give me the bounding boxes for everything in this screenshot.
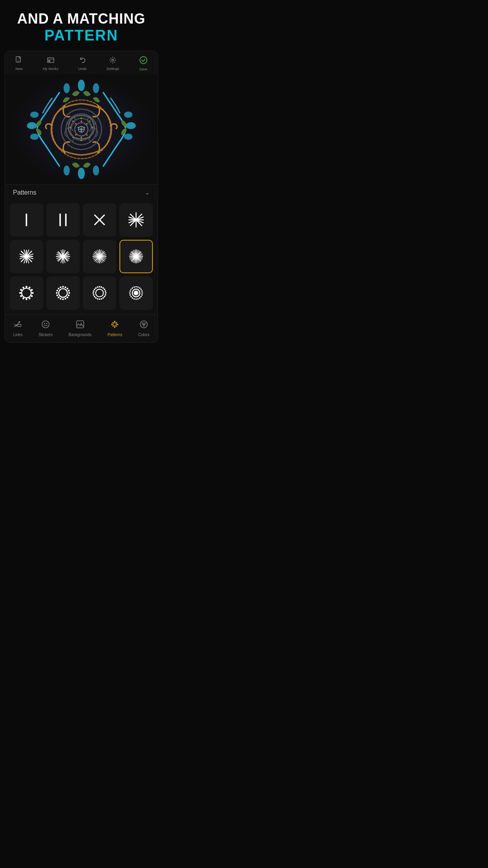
svg-point-160: [139, 297, 141, 299]
pattern-cell-2[interactable]: [46, 203, 80, 237]
toolbar-works-label: My Works: [43, 67, 59, 71]
svg-point-37: [81, 140, 83, 142]
svg-point-112: [59, 289, 68, 298]
pattern-cell-6[interactable]: [46, 240, 80, 273]
toolbar-save-label: Save: [139, 67, 148, 71]
svg-point-175: [46, 323, 47, 324]
svg-point-156: [141, 291, 143, 292]
svg-point-132: [103, 287, 104, 289]
colors-icon: [139, 320, 149, 331]
svg-point-136: [105, 294, 106, 296]
svg-point-134: [105, 291, 106, 292]
svg-point-13: [125, 112, 132, 117]
svg-point-27: [81, 121, 82, 122]
svg-point-41: [89, 137, 91, 138]
svg-point-8: [94, 84, 99, 92]
canvas-area[interactable]: [5, 74, 158, 184]
patterns-header[interactable]: Patterns ⌄: [5, 184, 158, 200]
svg-point-106: [26, 298, 28, 300]
svg-point-128: [60, 287, 61, 288]
nav-colors[interactable]: Colors: [134, 319, 154, 338]
pattern-cell-1[interactable]: [10, 203, 43, 237]
toolbar-settings[interactable]: Settings: [103, 55, 123, 72]
svg-point-178: [114, 321, 116, 322]
svg-point-181: [117, 324, 118, 325]
nav-stickers[interactable]: Stickers: [35, 319, 57, 338]
pattern-cell-8[interactable]: [119, 240, 153, 273]
svg-point-17: [94, 166, 99, 175]
svg-point-36: [81, 118, 83, 120]
toolbar-new-label: New: [15, 67, 22, 71]
svg-point-162: [136, 299, 137, 300]
svg-point-159: [140, 296, 142, 298]
my-works-icon: [47, 56, 55, 66]
svg-point-26: [86, 134, 88, 136]
toolbar-my-works[interactable]: My Works: [40, 55, 62, 72]
svg-point-190: [143, 324, 145, 325]
svg-point-133: [104, 289, 105, 291]
nav-lines[interactable]: Lines: [9, 319, 26, 338]
pattern-cell-4[interactable]: [119, 203, 153, 237]
svg-point-161: [138, 298, 139, 300]
pattern-cell-12[interactable]: [119, 276, 153, 310]
svg-point-129: [96, 289, 103, 297]
bottom-nav: Lines Stickers Backgrounds: [5, 314, 158, 342]
nav-backgrounds[interactable]: Backgrounds: [65, 319, 95, 338]
svg-point-165: [130, 296, 132, 298]
nav-backgrounds-label: Backgrounds: [69, 333, 92, 337]
toolbar-undo[interactable]: Undo: [75, 55, 90, 72]
svg-point-173: [42, 321, 49, 328]
toolbar-settings-label: Settings: [106, 67, 119, 71]
svg-point-120: [64, 298, 66, 300]
toolbar-undo-label: Undo: [78, 67, 87, 71]
svg-point-9: [28, 123, 36, 129]
svg-point-168: [130, 291, 131, 292]
pattern-cell-5[interactable]: [10, 240, 43, 273]
mandala-svg: [5, 74, 158, 184]
svg-point-109: [19, 292, 21, 294]
svg-point-179: [114, 326, 116, 328]
svg-point-138: [103, 297, 104, 299]
pattern-cell-10[interactable]: [46, 276, 80, 310]
pattern-cell-11[interactable]: [83, 276, 116, 310]
svg-point-122: [60, 298, 61, 300]
svg-point-119: [66, 297, 68, 298]
svg-point-141: [97, 298, 99, 300]
nav-patterns-label: Patterns: [108, 333, 122, 337]
svg-point-166: [130, 294, 131, 296]
pattern-cell-7[interactable]: [83, 240, 116, 273]
header-line2: PATTERN: [8, 27, 155, 45]
svg-point-25: [75, 134, 77, 136]
toolbar-new[interactable]: New: [12, 55, 26, 72]
svg-point-167: [129, 292, 131, 294]
stickers-icon: [41, 320, 50, 331]
svg-point-100: [26, 286, 28, 288]
svg-point-121: [62, 298, 64, 300]
svg-point-158: [141, 294, 143, 296]
svg-point-148: [95, 287, 97, 289]
svg-point-99: [22, 289, 31, 298]
svg-point-124: [57, 295, 58, 296]
svg-rect-0: [16, 57, 20, 62]
svg-point-38: [72, 121, 74, 122]
svg-point-10: [31, 112, 38, 117]
chevron-down-icon: ⌄: [145, 189, 150, 196]
settings-icon: [109, 56, 117, 66]
pattern-cell-9[interactable]: [10, 276, 43, 310]
nav-stickers-label: Stickers: [39, 333, 53, 337]
toolbar: New My Works Undo: [5, 51, 158, 74]
svg-rect-1: [48, 58, 54, 63]
svg-point-144: [93, 294, 94, 296]
svg-rect-2: [48, 60, 50, 62]
pattern-cell-3[interactable]: [83, 203, 116, 237]
svg-point-142: [95, 297, 97, 299]
svg-point-24: [86, 123, 88, 125]
nav-patterns[interactable]: Patterns: [104, 319, 126, 338]
svg-point-146: [93, 291, 94, 292]
svg-point-126: [57, 290, 58, 291]
svg-point-107: [22, 298, 24, 300]
svg-point-114: [64, 287, 66, 288]
svg-point-117: [68, 292, 70, 294]
toolbar-save[interactable]: Save: [136, 54, 151, 73]
svg-point-170: [132, 287, 133, 289]
